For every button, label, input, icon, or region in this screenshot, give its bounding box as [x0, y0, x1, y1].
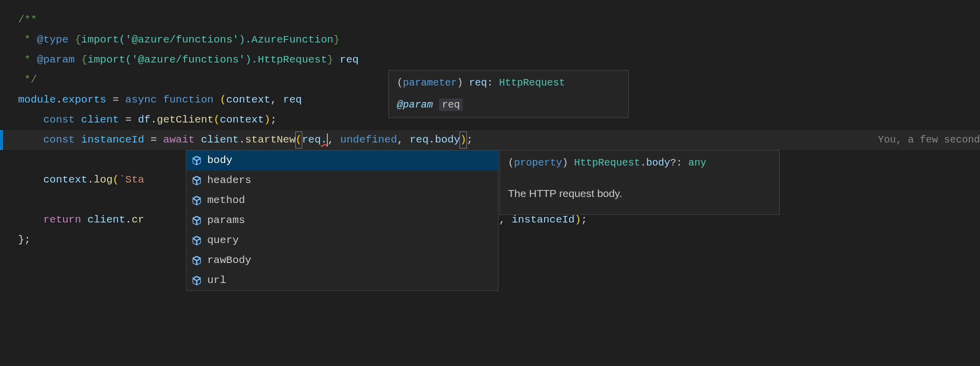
operator: = [119, 112, 138, 128]
identifier: req [302, 132, 321, 148]
paren: ) [457, 77, 469, 88]
field-icon [191, 195, 202, 206]
owner-type: HttpRequest [574, 157, 640, 168]
keyword: const [43, 132, 75, 148]
hover-tooltip: (parameter) req: HttpRequest @param req [388, 70, 629, 118]
git-blame-annotation[interactable]: You, a few second [878, 132, 980, 148]
comma: , [328, 132, 340, 148]
paren-matched: ( [295, 132, 303, 148]
keyword: return [43, 212, 81, 228]
indent [18, 212, 43, 228]
jsdoc-tag: @type [37, 32, 69, 48]
autocomplete-label: method [207, 192, 245, 208]
semicolon: ; [466, 132, 473, 148]
brace: } [333, 32, 340, 48]
identifier: context [220, 112, 264, 128]
dot: . [640, 157, 646, 168]
identifier: exports [62, 92, 106, 108]
code-line[interactable]: * @type {import('@azure/functions').Azur… [0, 30, 980, 50]
autocomplete-label: rawBody [207, 252, 251, 268]
function-call: getClient [157, 112, 213, 128]
semicolon: ; [270, 112, 277, 128]
field-icon [191, 235, 202, 246]
identifier: module [18, 92, 56, 108]
comment-close: */ [18, 72, 37, 88]
keyword: await [163, 132, 195, 148]
autocomplete-item[interactable]: query [186, 230, 498, 250]
indent [18, 172, 43, 188]
paren: ( [214, 112, 220, 128]
kind-label: property [514, 157, 562, 168]
autocomplete-label: url [207, 272, 226, 288]
brace: { [69, 32, 81, 48]
keyword: function [163, 92, 214, 108]
comment-star: * [18, 52, 37, 68]
paren: ). [245, 52, 258, 68]
space [75, 132, 81, 148]
jsdoc-tag: @param [397, 99, 433, 110]
param-name-badge: req [439, 98, 463, 111]
modified-line-gutter [0, 130, 3, 150]
property-name: body [646, 157, 670, 168]
autocomplete-label: params [207, 212, 245, 228]
backtick: ` [119, 172, 126, 188]
param-name: req [340, 52, 359, 68]
hover-jsdoc: @param req [397, 98, 620, 112]
field-icon [191, 255, 202, 266]
function-call: log [94, 172, 113, 188]
indent [18, 112, 43, 128]
autocomplete-doc-panel: (property) HttpRequest.body?: any The HT… [500, 150, 780, 215]
field-icon [191, 215, 202, 226]
code-line-active[interactable]: const instanceId = await client.startNew… [0, 130, 980, 150]
autocomplete-item[interactable]: headers [186, 170, 498, 190]
paren: ( [397, 77, 403, 88]
param: req [283, 92, 302, 108]
comma: , [270, 92, 283, 108]
dot: . [88, 172, 94, 188]
field-icon [191, 275, 202, 286]
identifier: client [201, 132, 239, 148]
identifier: df [138, 112, 150, 128]
property: body [435, 132, 460, 148]
dot: . [239, 132, 245, 148]
string: Sta [125, 172, 144, 188]
type-name: AzureFunction [251, 32, 333, 48]
brace: { [75, 52, 87, 68]
identifier: req [409, 132, 428, 148]
paren: ) [562, 157, 574, 168]
code-line[interactable]: * @param {import('@azure/functions').Htt… [0, 50, 980, 70]
comma: , [397, 132, 409, 148]
autocomplete-item[interactable]: rawBody [186, 250, 498, 270]
autocomplete-popup[interactable]: body headers method params query rawBody… [186, 150, 499, 291]
optional: ?: [670, 157, 688, 168]
dot: . [151, 112, 157, 128]
identifier: client [81, 112, 119, 128]
hover-signature: (parameter) req: HttpRequest [397, 76, 620, 90]
space [75, 112, 81, 128]
autocomplete-item[interactable]: params [186, 210, 498, 230]
dot: . [56, 92, 63, 108]
autocomplete-label: headers [207, 172, 251, 188]
jsdoc-import: import [81, 32, 119, 48]
autocomplete-label: query [207, 232, 239, 248]
param-name: req [469, 77, 487, 88]
jsdoc-import: import [88, 52, 126, 68]
autocomplete-item[interactable]: body [186, 150, 498, 170]
brace: } [327, 52, 340, 68]
field-icon [191, 155, 202, 166]
identifier: instanceId [81, 132, 144, 148]
paren: ( [119, 32, 126, 48]
space [214, 92, 220, 108]
operator: = [144, 132, 163, 148]
paren: ) [264, 112, 271, 128]
autocomplete-item[interactable]: method [186, 190, 498, 210]
paren: ( [113, 172, 119, 188]
dot: . [125, 212, 132, 228]
doc-description: The HTTP request body. [508, 186, 771, 202]
operator: = [106, 92, 125, 108]
paren: ( [125, 52, 132, 68]
autocomplete-item[interactable]: url [186, 270, 498, 290]
type-name: HttpRequest [499, 77, 565, 88]
code-line[interactable]: /** [0, 10, 980, 30]
identifier: context [43, 172, 87, 188]
